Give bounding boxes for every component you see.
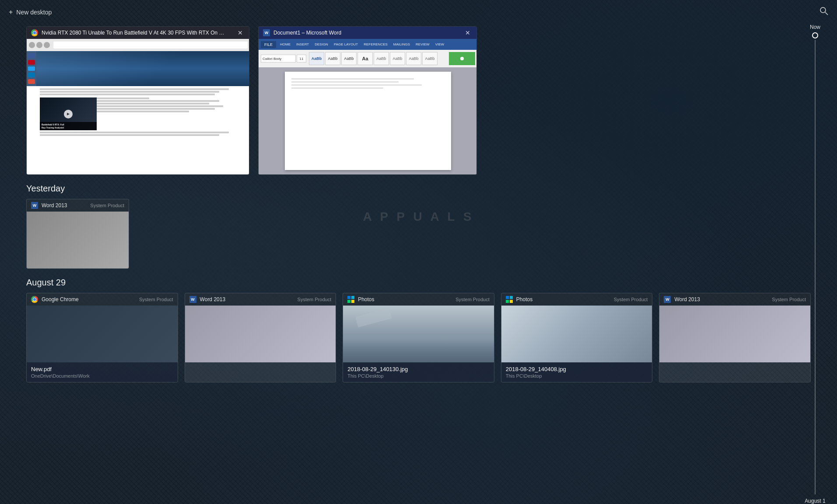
timeline: Now August 1 (806, 24, 824, 504)
new-desktop-button[interactable]: + New desktop (9, 8, 52, 16)
svg-rect-8 (506, 300, 509, 303)
photos-icon-1 (347, 296, 354, 303)
aug29-card-5-title-bar: W Word 2013 System Product (659, 293, 810, 306)
word-share-btn (449, 52, 475, 65)
aug29-card-4-source: System Product (614, 297, 648, 302)
aug29-card-chrome[interactable]: Google Chrome System Product New.pdf One… (26, 293, 178, 382)
chrome-window[interactable]: Nvidia RTX 2080 Ti Unable To Run Battlef… (26, 26, 249, 175)
ribbon-tab-review: REVIEW (414, 42, 431, 47)
svg-line-1 (825, 12, 828, 15)
aug29-card-5-title-left: W Word 2013 (664, 296, 700, 303)
aug29-card-word-1[interactable]: W Word 2013 System Product (185, 293, 336, 382)
font-size-selector: 11 (297, 55, 306, 63)
yesterday-card-source: System Product (90, 203, 124, 208)
article-video: Battlefield 5 RTX: Full Ray Tracing Anal… (40, 97, 97, 130)
aug29-card-photos-1[interactable]: Photos System Product 2018-08-29_140130.… (343, 293, 494, 382)
ribbon-tab-references: REFERENCES (362, 42, 389, 47)
thumbnail-image (27, 212, 129, 268)
chrome-title-bar: Nvidia RTX 2080 Ti Unable To Run Battlef… (27, 27, 249, 39)
word-ribbon-tabs: FILE HOME INSERT DESIGN PAGE LAYOUT REFE… (259, 39, 477, 50)
aug29-card-1-title-bar: Google Chrome System Product (27, 293, 178, 306)
aug29-card-1-thumbnail (27, 306, 178, 362)
aug29-card-4-file-info: 2018-08-29_140408.jpg This PC\Desktop (501, 362, 652, 382)
word-icon-aug29-2: W (664, 296, 671, 303)
chrome-article: Battlefield 5 RTX: Full Ray Tracing Anal… (27, 51, 249, 174)
svg-rect-3 (351, 296, 354, 299)
ribbon-tab-insert: INSERT (294, 42, 311, 47)
aug29-card-2-title-left: W Word 2013 (189, 296, 225, 303)
svg-rect-2 (347, 296, 350, 299)
svg-rect-9 (510, 300, 513, 303)
plus-icon: + (9, 8, 13, 16)
chrome-close-button[interactable]: ✕ (236, 28, 245, 37)
new-desktop-label: New desktop (16, 9, 52, 16)
aug29-card-2-app-name: Word 2013 (200, 296, 225, 302)
word-window[interactable]: W Document1 – Microsoft Word ✕ FILE HOME… (258, 26, 477, 175)
nav-btn-3 (44, 42, 50, 48)
word-icon-aug29-1: W (189, 296, 196, 303)
photos-icon-2 (506, 296, 513, 303)
aug29-card-1-title-left: Google Chrome (31, 296, 79, 303)
yesterday-card-thumbnail (27, 212, 129, 268)
word-content: FILE HOME INSERT DESIGN PAGE LAYOUT REFE… (259, 39, 477, 174)
font-selector: Calibri Body (261, 55, 296, 63)
aug29-card-word-2[interactable]: W Word 2013 System Product (659, 293, 811, 382)
aug29-card-1-file-info: New.pdf OneDrive\Documents\Work (27, 362, 178, 382)
yesterday-section: Yesterday W Word 2013 System Product (26, 184, 811, 269)
main-content: Nvidia RTX 2080 Ti Unable To Run Battlef… (0, 26, 837, 382)
aug29-card-2-source: System Product (298, 297, 332, 302)
thumbnail-photo-2 (501, 306, 652, 362)
nav-btn-1 (29, 42, 35, 48)
aug29-section: August 29 Google Chrome System Product (26, 278, 811, 382)
style-swatches: AaBb AaBb AaBb Aa AaBb AaBb AaBb AaBb (309, 52, 438, 65)
aug29-card-3-file-info: 2018-08-29_140130.jpg This PC\Desktop (343, 362, 494, 382)
aug29-card-photos-2[interactable]: Photos System Product 2018-08-29_140408.… (501, 293, 653, 382)
aug29-card-4-app-name: Photos (516, 296, 532, 302)
aug29-cards-row: Google Chrome System Product New.pdf One… (26, 293, 811, 382)
svg-rect-5 (351, 300, 354, 303)
twitter-icon (28, 66, 35, 71)
aug29-card-4-title-left: Photos (506, 296, 532, 303)
word-ribbon-tools: Calibri Body 11 AaBb AaBb AaBb Aa AaBb A… (259, 50, 477, 67)
page-root: + New desktop Now August 1 (0, 0, 837, 504)
googleplus-icon (28, 79, 35, 84)
timeline-aug1-label: August 1 (805, 498, 825, 504)
aug29-card-4-title-bar: Photos System Product (501, 293, 652, 306)
aug29-card-3-title-left: Photos (347, 296, 374, 303)
aug29-card-4-filename: 2018-08-29_140408.jpg (506, 366, 648, 372)
article-body: Battlefield 5 RTX: Full Ray Tracing Anal… (27, 86, 249, 174)
aug29-card-3-thumbnail (343, 306, 494, 362)
aug29-card-2-title-bar: W Word 2013 System Product (185, 293, 336, 306)
pinterest-icon (28, 60, 35, 65)
aug29-card-4-filepath: This PC\Desktop (506, 373, 648, 379)
timeline-now-label: Now (810, 24, 820, 30)
word-doc-area (259, 67, 477, 174)
yesterday-card-word[interactable]: W Word 2013 System Product (26, 199, 129, 269)
aug29-card-5-thumbnail (659, 306, 810, 362)
linkedin-icon (28, 73, 35, 77)
svg-rect-4 (347, 300, 350, 303)
aug29-card-5-app-name: Word 2013 (674, 296, 700, 302)
aug29-card-1-app-name: Google Chrome (42, 296, 79, 302)
chrome-window-title: Nvidia RTX 2080 Ti Unable To Run Battlef… (42, 30, 225, 36)
chrome-app-icon (31, 29, 38, 36)
now-section: Nvidia RTX 2080 Ti Unable To Run Battlef… (26, 26, 811, 175)
top-bar: + New desktop (0, 0, 837, 24)
aug29-card-3-source: System Product (455, 297, 490, 302)
play-button: ▶ (64, 110, 73, 118)
search-icon[interactable] (819, 7, 828, 17)
side-icons (27, 51, 36, 86)
chrome-icon-aug29 (31, 296, 38, 303)
facebook-icon (28, 53, 35, 58)
ribbon-tab-file: FILE (261, 41, 276, 48)
nav-btn-2 (36, 42, 42, 48)
word-app-icon: W (263, 29, 270, 36)
yesterday-card-title-bar: W Word 2013 System Product (27, 199, 129, 212)
address-bar (53, 42, 248, 49)
yesterday-cards: W Word 2013 System Product (26, 199, 811, 269)
word-title-left: W Document1 – Microsoft Word (263, 29, 341, 36)
word-close-button[interactable]: ✕ (463, 28, 472, 37)
windows-row: Nvidia RTX 2080 Ti Unable To Run Battlef… (26, 26, 811, 175)
aug29-card-1-filename: New.pdf (31, 366, 173, 372)
timeline-dot (812, 32, 818, 38)
